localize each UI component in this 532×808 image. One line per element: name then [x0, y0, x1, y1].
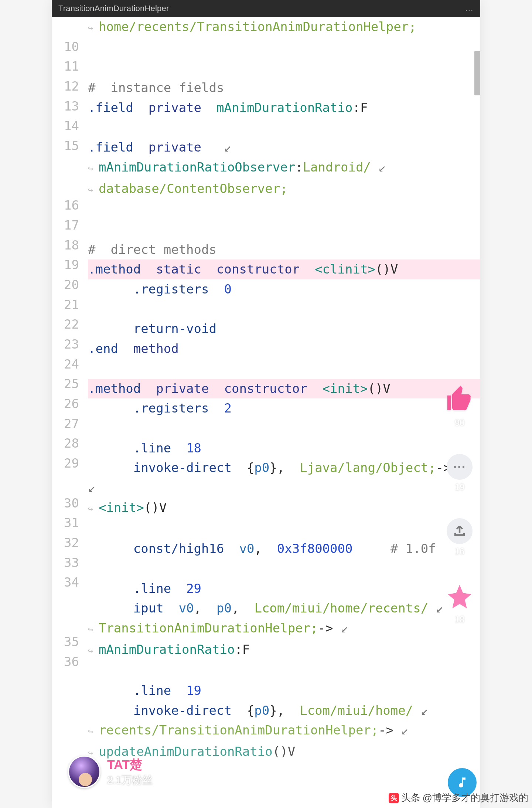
thumbs-up-icon — [445, 384, 474, 415]
line-number: 15 — [52, 136, 84, 156]
code-line[interactable]: .registers 0 — [88, 279, 480, 299]
author-handle: TAT楚 — [107, 756, 153, 773]
line-number — [52, 712, 84, 731]
file-title: TransitionAnimDurationHelper — [58, 4, 169, 13]
line-number: 26 — [52, 394, 84, 414]
line-number: 16 — [52, 196, 84, 215]
line-number — [52, 176, 84, 196]
line-number: 17 — [52, 215, 84, 235]
avatar[interactable] — [68, 756, 100, 788]
code-line[interactable]: .line 29 — [88, 579, 480, 599]
line-number: 35 — [52, 632, 84, 652]
line-number: 30 — [52, 493, 84, 513]
code-line[interactable]: iput v0, p0, Lcom/miui/home/recents/ ↙ — [88, 598, 480, 618]
code-line[interactable]: # instance fields — [88, 78, 480, 98]
line-number-gutter: 1011121314151617181920212223242526272829… — [52, 17, 84, 731]
code-line[interactable]: const/high16 v0, 0x3f800000 # 1.0f — [88, 539, 480, 559]
code-line[interactable] — [88, 38, 480, 58]
comment-icon: ··· — [447, 454, 473, 480]
star-icon — [446, 583, 474, 612]
line-number: 31 — [52, 513, 84, 533]
code-line[interactable]: # direct methods — [88, 240, 480, 260]
author-profile[interactable]: TAT楚 2.1万粉丝 — [68, 756, 153, 788]
line-number — [52, 692, 84, 712]
music-note-icon — [456, 776, 469, 789]
line-number — [52, 17, 84, 37]
comment-button[interactable]: ··· 19 — [447, 454, 473, 492]
code-line[interactable]: return-void — [88, 319, 480, 339]
line-number — [52, 593, 84, 612]
code-line[interactable]: ↪ home/recents/TransitionAnimDurationHel… — [88, 17, 480, 38]
code-line[interactable] — [88, 200, 480, 220]
toutiao-icon: 头 — [389, 793, 399, 803]
line-number — [52, 672, 84, 692]
code-area[interactable]: ↪ home/recents/TransitionAnimDurationHel… — [84, 17, 480, 763]
line-number: 29 — [52, 454, 84, 473]
line-number: 20 — [52, 275, 84, 295]
code-line[interactable] — [88, 220, 480, 240]
watermark-author: @博学多才的臭打游戏的 — [423, 791, 528, 804]
code-line[interactable] — [88, 299, 480, 319]
line-number: 13 — [52, 96, 84, 116]
code-line[interactable]: .field private ↙ — [88, 138, 480, 157]
line-number: 21 — [52, 295, 84, 315]
code-line[interactable]: .method static constructor <clinit>()V — [88, 259, 480, 279]
app-window: TransitionAnimDurationHelper ... 1011121… — [52, 0, 480, 808]
line-number: 34 — [52, 573, 84, 593]
code-line[interactable] — [88, 359, 480, 379]
code-line[interactable]: ↪ <init>()V — [88, 498, 480, 519]
action-rail: 90 ··· 19 16 18 — [441, 384, 478, 625]
code-line[interactable]: .method private constructor <init>()V — [88, 379, 480, 399]
code-line[interactable] — [88, 118, 480, 138]
line-number — [52, 473, 84, 493]
line-number: 33 — [52, 553, 84, 573]
more-icon[interactable]: ... — [465, 4, 474, 13]
code-line[interactable]: ↪ TransitionAnimDurationHelper;-> ↙ — [88, 618, 480, 640]
line-number: 12 — [52, 77, 84, 96]
code-line[interactable]: .registers 2 — [88, 398, 480, 418]
code-line[interactable]: ↪ database/ContentObserver; — [88, 179, 480, 200]
code-line[interactable]: invoke-direct {p0}, Ljava/lang/Object;->… — [88, 458, 480, 498]
code-line[interactable]: ↪ recents/TransitionAnimDurationHelper;-… — [88, 720, 480, 742]
code-line[interactable] — [88, 418, 480, 438]
line-number: 10 — [52, 37, 84, 57]
code-line[interactable]: ↪ mAnimDurationRatio:F — [88, 640, 480, 661]
line-number: 36 — [52, 652, 84, 672]
code-line[interactable]: .line 18 — [88, 438, 480, 458]
line-number: 14 — [52, 116, 84, 136]
favorite-count: 18 — [455, 614, 465, 625]
code-line[interactable]: .field private mAnimDurationRatio:F — [88, 98, 480, 118]
like-button[interactable]: 90 — [445, 384, 474, 428]
share-count: 16 — [455, 546, 465, 557]
share-icon — [447, 518, 473, 544]
profile-text: TAT楚 2.1万粉丝 — [107, 756, 153, 787]
line-number: 27 — [52, 414, 84, 434]
line-number: 32 — [52, 533, 84, 553]
code-line[interactable]: invoke-direct {p0}, Lcom/miui/home/ ↙ — [88, 701, 480, 721]
code-line[interactable]: .line 19 — [88, 681, 480, 701]
line-number: 23 — [52, 335, 84, 354]
code-line[interactable]: ↪ mAnimDurationRatioObserver:Landroid/ ↙ — [88, 157, 480, 179]
code-line[interactable] — [88, 559, 480, 579]
line-number: 18 — [52, 235, 84, 255]
watermark: 头 头条 @博学多才的臭打游戏的 — [389, 791, 528, 804]
like-count: 90 — [455, 418, 465, 428]
code-line[interactable] — [88, 661, 480, 681]
follower-count: 2.1万粉丝 — [107, 773, 153, 787]
comment-count: 19 — [455, 482, 465, 492]
line-number: 25 — [52, 374, 84, 394]
code-line[interactable] — [88, 519, 480, 539]
titlebar: TransitionAnimDurationHelper ... — [52, 0, 480, 17]
line-number: 22 — [52, 315, 84, 335]
favorite-button[interactable]: 18 — [446, 583, 474, 625]
scrollbar-thumb[interactable] — [474, 51, 480, 95]
code-line[interactable] — [88, 58, 480, 78]
watermark-prefix: 头条 — [401, 791, 420, 804]
code-editor[interactable]: 1011121314151617181920212223242526272829… — [52, 17, 480, 763]
line-number: 24 — [52, 354, 84, 374]
line-number — [52, 612, 84, 632]
code-line[interactable]: .end method — [88, 339, 480, 359]
line-number: 11 — [52, 57, 84, 77]
line-number — [52, 156, 84, 176]
share-button[interactable]: 16 — [447, 518, 473, 557]
